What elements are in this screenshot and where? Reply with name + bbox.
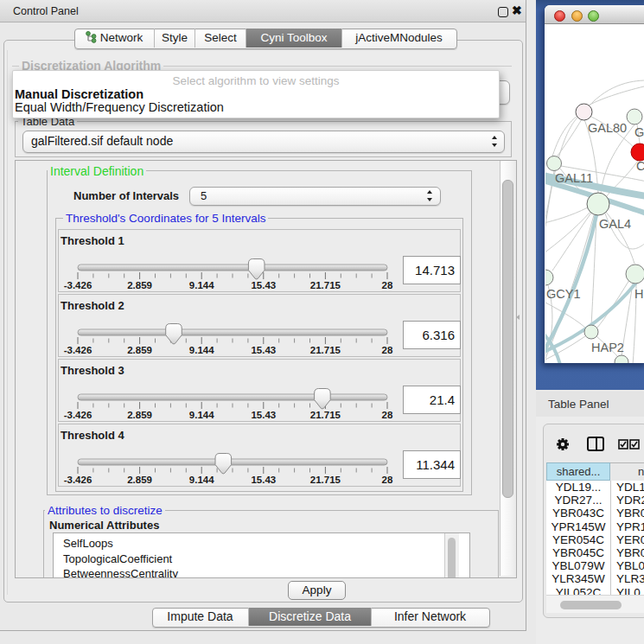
svg-text:2.859: 2.859 bbox=[127, 280, 152, 290]
svg-text:-3.426: -3.426 bbox=[64, 410, 92, 420]
svg-text:9.144: 9.144 bbox=[189, 475, 214, 485]
svg-text:GAL80: GAL80 bbox=[588, 121, 627, 135]
svg-text:2.859: 2.859 bbox=[127, 410, 152, 420]
svg-text:28: 28 bbox=[382, 345, 393, 355]
svg-text:21.715: 21.715 bbox=[310, 410, 341, 420]
svg-text:-3.426: -3.426 bbox=[64, 280, 92, 290]
svg-text:9.144: 9.144 bbox=[189, 410, 214, 420]
svg-text:GAL4: GAL4 bbox=[599, 217, 631, 231]
svg-text:21.715: 21.715 bbox=[310, 280, 341, 290]
svg-text:H: H bbox=[634, 287, 643, 301]
svg-text:C: C bbox=[636, 159, 644, 173]
svg-text:2.859: 2.859 bbox=[127, 345, 152, 355]
svg-text:-3.426: -3.426 bbox=[64, 475, 92, 485]
svg-text:2.859: 2.859 bbox=[127, 475, 152, 485]
svg-text:HAP2: HAP2 bbox=[591, 341, 624, 354]
svg-text:28: 28 bbox=[382, 475, 393, 485]
svg-text:GAL11: GAL11 bbox=[555, 171, 593, 185]
svg-text:-3.426: -3.426 bbox=[64, 345, 92, 355]
svg-text:9.144: 9.144 bbox=[189, 280, 214, 290]
svg-text:21.715: 21.715 bbox=[310, 345, 341, 355]
svg-text:21.715: 21.715 bbox=[310, 475, 341, 485]
svg-text:9.144: 9.144 bbox=[189, 345, 214, 355]
svg-text:28: 28 bbox=[382, 410, 393, 420]
svg-text:15.43: 15.43 bbox=[251, 410, 276, 420]
svg-text:15.43: 15.43 bbox=[251, 475, 276, 485]
svg-text:15.43: 15.43 bbox=[251, 280, 276, 290]
svg-text:15.43: 15.43 bbox=[251, 345, 276, 355]
svg-text:GCY1: GCY1 bbox=[546, 287, 581, 301]
svg-text:GA: GA bbox=[634, 125, 644, 139]
svg-text:28: 28 bbox=[382, 280, 393, 290]
